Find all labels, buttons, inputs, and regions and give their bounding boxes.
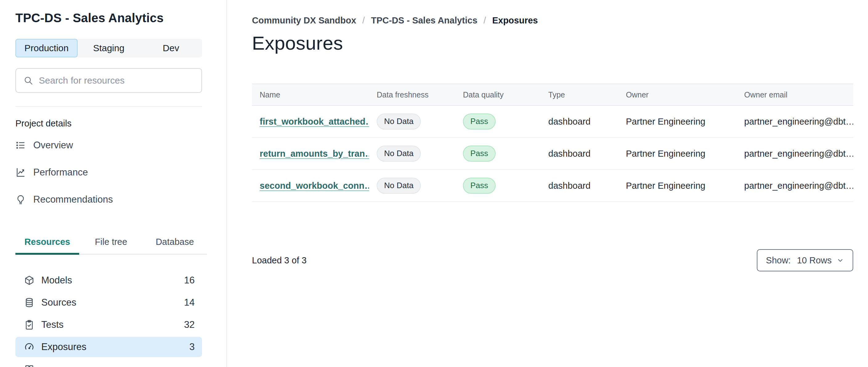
resource-item-exposures-count: 3 bbox=[189, 341, 195, 352]
lightbulb-icon bbox=[16, 194, 26, 205]
search-input[interactable] bbox=[39, 75, 194, 86]
column-header-owner: Owner bbox=[618, 90, 737, 99]
resource-view-tabs: Resources File tree Database bbox=[16, 232, 207, 255]
column-header-data-freshness: Data freshness bbox=[369, 90, 455, 99]
environment-tabs: Production Staging Dev bbox=[16, 39, 202, 57]
show-value: 10 Rows bbox=[797, 255, 832, 265]
freshness-badge: No Data bbox=[377, 146, 421, 162]
freshness-badge: No Data bbox=[377, 178, 421, 194]
chevron-down-icon bbox=[837, 257, 844, 264]
page-title: Exposures bbox=[252, 32, 343, 54]
search-box bbox=[16, 68, 202, 93]
breadcrumb-separator: / bbox=[484, 16, 486, 26]
breadcrumb: Community DX Sandbox / TPC-DS - Sales An… bbox=[252, 16, 538, 26]
resource-item-models[interactable]: Models 16 bbox=[16, 270, 202, 290]
sidebar-divider bbox=[16, 106, 202, 107]
nav-item-overview[interactable]: Overview bbox=[16, 136, 202, 155]
breadcrumb-current: Exposures bbox=[492, 16, 538, 26]
column-header-type: Type bbox=[540, 90, 618, 99]
clipboard-check-icon bbox=[24, 319, 34, 330]
resource-item-exposures[interactable]: Exposures 3 bbox=[16, 337, 202, 357]
resource-item-models-count: 16 bbox=[184, 275, 195, 286]
tab-staging[interactable]: Staging bbox=[78, 39, 140, 57]
cube-icon bbox=[24, 275, 34, 286]
nav-item-performance[interactable]: Performance bbox=[16, 163, 202, 182]
owner-email-cell: partner_engineering@dbt… bbox=[737, 117, 853, 127]
table-footer: Loaded 3 of 3 Show: 10 Rows bbox=[252, 249, 853, 272]
app-window: TPC-DS - Sales Analytics Production Stag… bbox=[0, 0, 868, 367]
tab-database[interactable]: Database bbox=[143, 232, 207, 254]
tab-file-tree[interactable]: File tree bbox=[79, 232, 143, 254]
table-row: return_amounts_by_tran… No Data Pass das… bbox=[252, 138, 853, 170]
tab-database-label: Database bbox=[156, 237, 194, 247]
tab-file-tree-label: File tree bbox=[95, 237, 127, 247]
column-header-name: Name bbox=[252, 90, 369, 99]
nav-item-overview-label: Overview bbox=[33, 140, 73, 151]
tab-dev-label: Dev bbox=[163, 43, 179, 53]
show-label: Show: bbox=[766, 255, 791, 265]
type-cell: dashboard bbox=[540, 181, 618, 191]
breadcrumb-account[interactable]: Community DX Sandbox bbox=[252, 16, 356, 26]
main-content: Community DX Sandbox / TPC-DS - Sales An… bbox=[227, 0, 868, 367]
rows-per-page-button[interactable]: Show: 10 Rows bbox=[757, 249, 853, 272]
breadcrumb-separator: / bbox=[362, 16, 365, 26]
project-title: TPC-DS - Sales Analytics bbox=[16, 11, 163, 25]
owner-email-cell: partner_engineering@dbt… bbox=[737, 149, 853, 159]
resource-item-exposures-label: Exposures bbox=[41, 341, 86, 352]
exposures-table: Name Data freshness Data quality Type Ow… bbox=[252, 84, 853, 202]
nav-item-performance-label: Performance bbox=[33, 167, 88, 178]
project-nav: Overview Performance Recommendations bbox=[16, 136, 202, 217]
tab-production-label: Production bbox=[24, 43, 68, 53]
exposure-link[interactable]: return_amounts_by_tran… bbox=[260, 149, 369, 159]
quality-badge: Pass bbox=[463, 146, 496, 162]
sidebar: TPC-DS - Sales Analytics Production Stag… bbox=[0, 0, 227, 367]
tab-staging-label: Staging bbox=[93, 43, 124, 53]
quality-badge: Pass bbox=[463, 178, 496, 194]
owner-cell: Partner Engineering bbox=[618, 117, 737, 127]
search-icon bbox=[23, 76, 33, 85]
table-row: first_workbook_attached… No Data Pass da… bbox=[252, 106, 853, 138]
resource-item-tests-label: Tests bbox=[41, 319, 63, 330]
tab-resources-label: Resources bbox=[24, 237, 70, 247]
list-icon bbox=[16, 140, 26, 150]
type-cell: dashboard bbox=[540, 117, 618, 127]
resource-item-tests-count: 32 bbox=[184, 319, 195, 330]
owner-cell: Partner Engineering bbox=[618, 181, 737, 191]
owner-email-cell: partner_engineering@dbt… bbox=[737, 181, 853, 191]
column-header-owner-email: Owner email bbox=[737, 90, 853, 99]
owner-cell: Partner Engineering bbox=[618, 149, 737, 159]
project-details-label: Project details bbox=[16, 118, 71, 129]
resource-item-sources-label: Sources bbox=[41, 297, 76, 308]
tab-dev[interactable]: Dev bbox=[140, 39, 202, 57]
grid-icon bbox=[24, 364, 34, 367]
resource-item-partial[interactable] bbox=[16, 359, 202, 367]
quality-badge: Pass bbox=[463, 113, 496, 130]
gauge-icon bbox=[24, 342, 34, 352]
tab-production[interactable]: Production bbox=[16, 39, 78, 57]
exposure-link[interactable]: second_workbook_conn… bbox=[260, 181, 369, 191]
nav-item-recommendations-label: Recommendations bbox=[33, 194, 113, 205]
resource-list: Models 16 Sources 14 Tests bbox=[16, 270, 202, 367]
tab-resources[interactable]: Resources bbox=[16, 232, 79, 254]
resource-item-tests[interactable]: Tests 32 bbox=[16, 315, 202, 335]
resource-item-sources-count: 14 bbox=[184, 297, 195, 308]
column-header-data-quality: Data quality bbox=[455, 90, 540, 99]
freshness-badge: No Data bbox=[377, 113, 421, 130]
type-cell: dashboard bbox=[540, 149, 618, 159]
resource-item-sources[interactable]: Sources 14 bbox=[16, 292, 202, 313]
breadcrumb-project[interactable]: TPC-DS - Sales Analytics bbox=[371, 16, 477, 26]
table-header-row: Name Data freshness Data quality Type Ow… bbox=[252, 84, 853, 106]
chart-line-icon bbox=[16, 167, 26, 178]
nav-item-recommendations[interactable]: Recommendations bbox=[16, 190, 202, 209]
resource-item-models-label: Models bbox=[41, 275, 72, 286]
database-icon bbox=[24, 297, 34, 308]
exposure-link[interactable]: first_workbook_attached… bbox=[260, 117, 369, 126]
table-row: second_workbook_conn… No Data Pass dashb… bbox=[252, 170, 853, 202]
